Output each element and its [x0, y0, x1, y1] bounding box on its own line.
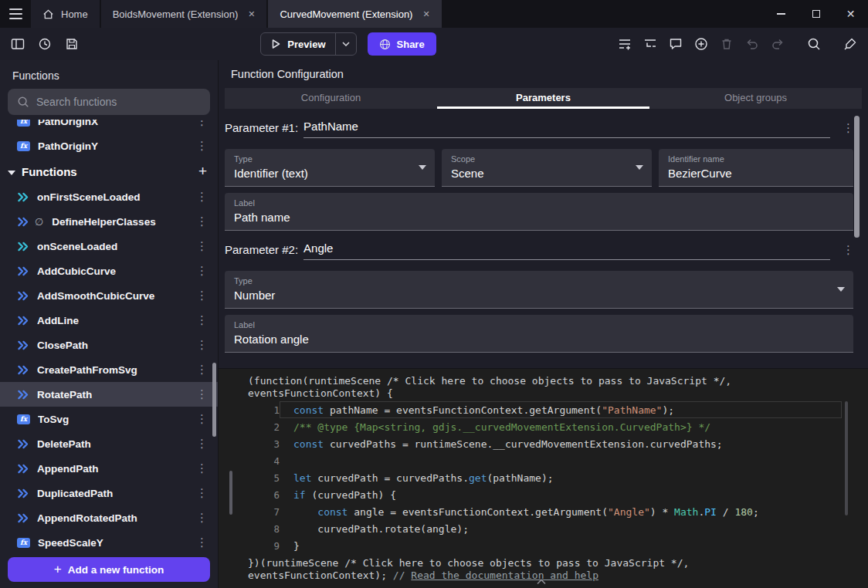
item-menu-icon[interactable]: ⋮	[196, 264, 207, 278]
undo-icon[interactable]	[745, 37, 759, 51]
function-item-ClosePath[interactable]: ClosePath⋮	[0, 333, 218, 357]
item-menu-icon[interactable]: ⋮	[196, 486, 207, 500]
function-item-CreatePathFromSvg[interactable]: CreatePathFromSvg⋮	[0, 357, 218, 382]
search-icon[interactable]	[807, 37, 821, 51]
sidebar-scrollbar[interactable]	[212, 363, 216, 437]
item-menu-icon[interactable]: ⋮	[196, 536, 207, 549]
code-line-text: curvedPath.rotate(angle);	[280, 523, 469, 535]
item-menu-icon[interactable]: ⋮	[196, 437, 207, 451]
search-functions-input[interactable]	[36, 96, 201, 108]
window-tab-label: CurvedMovement (Extension)	[280, 8, 412, 20]
close-tab-icon[interactable]: ✕	[422, 9, 429, 19]
add-event-icon[interactable]	[618, 37, 632, 51]
item-menu-icon[interactable]: ⋮	[196, 139, 207, 153]
maximize-button[interactable]	[798, 0, 833, 28]
item-menu-icon[interactable]: ⋮	[196, 120, 207, 128]
function-item-AppendRotatedPath[interactable]: AppendRotatedPath⋮	[0, 505, 218, 530]
function-item-label: DuplicatedPath	[37, 488, 188, 499]
tab-parameters[interactable]: Parameters	[437, 88, 649, 109]
javascript-code-editor[interactable]: (function(runtimeScene /* Click here to …	[219, 368, 868, 588]
add-subevent-icon[interactable]	[643, 37, 657, 51]
function-item-onSceneLoaded[interactable]: onSceneLoaded⋮	[0, 234, 218, 259]
item-menu-icon[interactable]: ⋮	[196, 190, 207, 204]
function-item-AddSmoothCubicCurve[interactable]: AddSmoothCubicCurve⋮	[0, 283, 218, 308]
function-item-AddCubicCurve[interactable]: AddCubicCurve⋮	[0, 259, 218, 283]
field-value: Path name	[234, 211, 844, 224]
share-button[interactable]: Share	[368, 32, 436, 56]
item-menu-icon[interactable]: ⋮	[196, 338, 207, 352]
theme-brush-icon[interactable]	[843, 37, 857, 51]
scope-select[interactable]: ScopeScene	[442, 149, 652, 187]
code-line[interactable]: 9}	[219, 537, 868, 554]
item-menu-icon[interactable]: ⋮	[196, 412, 207, 426]
code-line[interactable]: 8 curvedPath.rotate(angle);	[219, 520, 868, 537]
panels-layout-icon[interactable]	[11, 37, 25, 51]
close-window-button[interactable]: ✕	[833, 0, 868, 28]
function-item-DeletePath[interactable]: DeletePath⋮	[0, 431, 218, 456]
function-item-AppendPath[interactable]: AppendPath⋮	[0, 456, 218, 481]
documentation-link[interactable]: Read the documentation and help	[411, 569, 598, 581]
add-function-plus-icon[interactable]: +	[198, 163, 207, 180]
type-select[interactable]: TypeNumber	[225, 271, 853, 309]
window-tab-0[interactable]: Home	[31, 0, 100, 28]
code-scrollbar[interactable]	[845, 401, 848, 515]
preview-options-chevron-icon[interactable]	[336, 42, 356, 46]
code-line[interactable]: 2/** @type {Map<string, gdjs.__curvedMov…	[219, 418, 868, 435]
add-comment-icon[interactable]	[669, 37, 683, 51]
save-icon[interactable]	[65, 37, 79, 51]
code-line[interactable]: 1const pathName = eventsFunctionContext.…	[219, 401, 868, 418]
close-tab-icon[interactable]: ✕	[248, 9, 255, 19]
code-line[interactable]: 7 const angle = eventsFunctionContext.ge…	[219, 503, 868, 520]
function-item-label: RotatePath	[37, 389, 188, 400]
code-line[interactable]: 5let curvedPath = curvedPaths.get(pathNa…	[219, 469, 868, 486]
item-menu-icon[interactable]: ⋮	[196, 215, 207, 228]
identifier-name-input[interactable]: Identifier nameBezierCurve	[659, 149, 853, 187]
globe-icon	[379, 39, 391, 50]
parameter-name-field[interactable]: PathName	[303, 120, 830, 138]
redo-icon[interactable]	[771, 37, 785, 51]
preview-button[interactable]: Preview	[260, 32, 356, 56]
delete-icon[interactable]	[720, 37, 734, 51]
parameters-scrollbar[interactable]	[854, 116, 860, 238]
function-item-AddLine[interactable]: AddLine⋮	[0, 308, 218, 333]
function-item-PathOriginY[interactable]: fxPathOriginY⋮	[0, 133, 218, 158]
function-item-onFirstSceneLoaded[interactable]: onFirstSceneLoaded⋮	[0, 184, 218, 209]
item-menu-icon[interactable]: ⋮	[196, 461, 207, 475]
parameter-menu-icon[interactable]: ⋮	[843, 243, 853, 260]
function-item-DefineHelperClasses[interactable]: ∅DefineHelperClasses⋮	[0, 209, 218, 234]
add-function-button[interactable]: + Add a new function	[8, 557, 210, 582]
label-input[interactable]: LabelRotation angle	[225, 315, 853, 353]
label-input[interactable]: LabelPath name	[225, 193, 853, 231]
collapse-editor-chevron-icon[interactable]	[536, 576, 547, 587]
code-line[interactable]: 6if (curvedPath) {	[219, 486, 868, 503]
item-menu-icon[interactable]: ⋮	[196, 387, 207, 401]
tab-object-groups[interactable]: Object groups	[649, 88, 862, 109]
panel-resize-handle[interactable]	[229, 471, 232, 515]
item-menu-icon[interactable]: ⋮	[196, 313, 207, 327]
function-item-SpeedScaleY[interactable]: fxSpeedScaleY⋮	[0, 530, 218, 551]
window-tab-2[interactable]: CurvedMovement (Extension)✕	[268, 0, 441, 28]
lifecycle-function-icon	[17, 242, 29, 252]
history-icon[interactable]	[38, 37, 52, 51]
function-item-PathOriginX[interactable]: fxPathOriginX⋮	[0, 120, 218, 133]
tab-configuration[interactable]: Configuration	[225, 88, 437, 109]
item-menu-icon[interactable]: ⋮	[196, 239, 207, 253]
function-item-RotatePath[interactable]: RotatePath⋮	[0, 382, 218, 407]
code-line[interactable]: 4	[219, 452, 868, 469]
item-menu-icon[interactable]: ⋮	[196, 289, 207, 302]
item-menu-icon[interactable]: ⋮	[196, 363, 207, 377]
parameter-name-field[interactable]: Angle	[303, 242, 830, 260]
type-select[interactable]: TypeIdentifier (text)	[225, 149, 435, 187]
item-menu-icon[interactable]: ⋮	[196, 511, 207, 525]
minimize-button[interactable]	[764, 0, 798, 28]
code-token: /	[717, 506, 734, 518]
function-item-DuplicatedPath[interactable]: DuplicatedPath⋮	[0, 481, 218, 505]
search-functions-box[interactable]	[8, 89, 210, 115]
add-circle-icon[interactable]	[694, 37, 708, 51]
parameter-menu-icon[interactable]: ⋮	[843, 121, 853, 138]
window-tab-1[interactable]: BoidsMovement (Extension)✕	[101, 0, 267, 28]
main-menu-icon[interactable]	[0, 0, 31, 28]
code-line[interactable]: 3const curvedPaths = runtimeScene.__curv…	[219, 435, 868, 452]
functions-section-header[interactable]: Functions+	[0, 158, 218, 184]
function-item-ToSvg[interactable]: fxToSvg⋮	[0, 407, 218, 431]
